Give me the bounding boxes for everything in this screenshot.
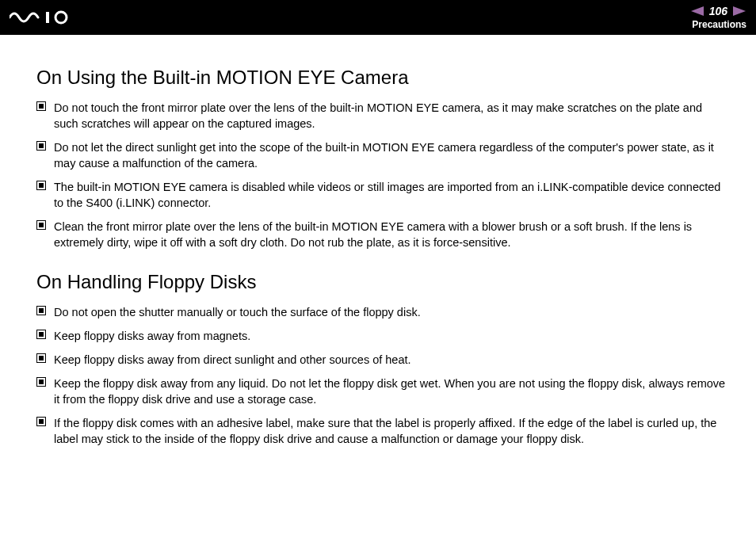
- bullet-icon: [36, 100, 54, 111]
- bullet-icon: [36, 139, 54, 151]
- bullet-icon: [36, 219, 54, 230]
- svg-rect-21: [39, 419, 44, 424]
- page-nav: 106: [690, 5, 746, 17]
- list-item: Clean the front mirror plate over the le…: [36, 219, 727, 250]
- svg-rect-7: [39, 143, 44, 148]
- svg-rect-9: [39, 183, 44, 188]
- list-item: Keep the floppy disk away from any liqui…: [36, 376, 727, 407]
- svg-marker-2: [691, 6, 704, 16]
- list-item-text: Clean the front mirror plate over the le…: [54, 219, 727, 250]
- list-item: The built-in MOTION EYE camera is disabl…: [36, 179, 727, 211]
- svg-rect-17: [39, 356, 44, 360]
- content-area: On Using the Built-in MOTION EYE Camera …: [0, 35, 756, 447]
- svg-rect-11: [39, 223, 44, 227]
- list-item: Keep floppy disks away from direct sunli…: [36, 352, 727, 368]
- svg-rect-5: [39, 104, 44, 109]
- list-item-text: Keep floppy disks away from magnets.: [54, 328, 727, 344]
- next-page-button[interactable]: [732, 6, 746, 17]
- svg-rect-15: [39, 332, 44, 337]
- bullet-icon: [36, 328, 54, 339]
- svg-rect-13: [39, 308, 44, 313]
- vaio-logo: [10, 0, 86, 35]
- section-1-list: Do not touch the front mirror plate over…: [36, 100, 727, 250]
- bullet-icon: [36, 179, 54, 190]
- list-item: Do not let the direct sunlight get into …: [36, 139, 727, 171]
- list-item: If the floppy disk comes with an adhesiv…: [36, 415, 727, 447]
- list-item: Do not touch the front mirror plate over…: [36, 100, 727, 132]
- document-page: 106 Precautions On Using the Built-in MO…: [0, 0, 756, 534]
- header-right: 106 Precautions: [690, 0, 746, 35]
- section-2-title: On Handling Floppy Disks: [36, 271, 727, 293]
- header-bar: 106 Precautions: [0, 0, 756, 35]
- svg-point-1: [55, 12, 67, 23]
- list-item: Do not open the shutter manually or touc…: [36, 304, 727, 320]
- svg-rect-19: [39, 380, 44, 384]
- prev-page-button[interactable]: [690, 6, 704, 17]
- bullet-icon: [36, 415, 54, 426]
- svg-marker-3: [733, 6, 746, 16]
- list-item-text: If the floppy disk comes with an adhesiv…: [54, 415, 727, 447]
- list-item-text: Do not let the direct sunlight get into …: [54, 139, 727, 171]
- list-item-text: Keep the floppy disk away from any liqui…: [54, 376, 727, 407]
- list-item-text: Do not open the shutter manually or touc…: [54, 304, 727, 320]
- svg-rect-0: [46, 12, 49, 23]
- list-item-text: Do not touch the front mirror plate over…: [54, 100, 727, 132]
- section-2-list: Do not open the shutter manually or touc…: [36, 304, 727, 447]
- bullet-icon: [36, 352, 54, 363]
- bullet-icon: [36, 376, 54, 387]
- section-1-title: On Using the Built-in MOTION EYE Camera: [36, 67, 727, 89]
- list-item-text: Keep floppy disks away from direct sunli…: [54, 352, 727, 368]
- bullet-icon: [36, 304, 54, 315]
- header-section-label: Precautions: [692, 19, 746, 30]
- vaio-logo-svg: [10, 10, 86, 25]
- page-number: 106: [709, 5, 727, 17]
- list-item: Keep floppy disks away from magnets.: [36, 328, 727, 344]
- list-item-text: The built-in MOTION EYE camera is disabl…: [54, 179, 727, 211]
